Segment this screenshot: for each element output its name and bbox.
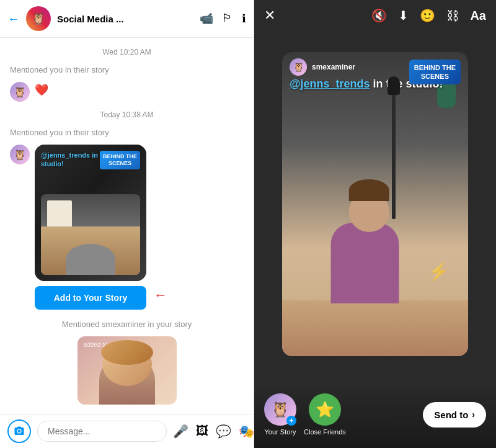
story-bottom-bar: 🦉 + Your Story ⭐ Close Friends Send to › [254, 383, 496, 448]
story-card-room-image [41, 194, 140, 275]
chat-icon[interactable]: 💬 [216, 424, 231, 439]
story-content: ⚡ 🦉 smexaminer @jenns_trends in the stud… [254, 0, 496, 448]
image-icon[interactable]: 🖼 [196, 424, 208, 439]
back-button[interactable]: ← [7, 12, 20, 26]
story-message-row: 🦉 @jenns_trends in the studio! BEHIND TH… [10, 145, 244, 310]
mention-text-3: Mentioned smexaminer in your story [10, 320, 244, 329]
desk-surface [282, 300, 468, 356]
your-story-avatar: 🦉 + [264, 393, 296, 426]
add-story-button-row: Add to Your Story ← [35, 281, 167, 310]
close-story-button[interactable]: ✕ [264, 7, 275, 24]
story-mention: @jenns_trends [41, 151, 90, 159]
send-to-label: Send to [434, 410, 468, 420]
send-to-button[interactable]: Send to › [423, 402, 486, 428]
header-actions: 📹 🏳 ℹ [200, 12, 246, 25]
input-action-icons: 🎤 🖼 💬 🎭 [173, 424, 254, 439]
close-friends-avatar: ⭐ [309, 393, 341, 426]
heart-reaction: ❤️ [35, 83, 48, 97]
video-call-icon[interactable]: 📹 [200, 12, 213, 25]
timestamp-2: Today 10:38 AM [10, 110, 244, 119]
messages-area: Wed 10:20 AM Mentioned you in their stor… [0, 38, 254, 414]
message-input[interactable] [37, 421, 167, 442]
story-mention-tag: @jenns_trends [290, 78, 370, 90]
message-input-bar: 🎤 🖼 💬 🎭 [0, 414, 254, 448]
text-tool-button[interactable]: Aa [470, 9, 486, 23]
chain-icon[interactable]: ⛓ [446, 9, 459, 23]
timestamp-1: Wed 10:20 AM [10, 48, 244, 56]
sender-avatar-1: 🦉 [10, 82, 30, 102]
story-card[interactable]: @jenns_trends in the studio! BEHIND THE … [35, 145, 146, 281]
mention-text-1: Mentioned you in their story [10, 65, 244, 74]
add-to-story-button[interactable]: Add to Your Story [35, 286, 146, 310]
studio-background: ⚡ [282, 52, 468, 356]
story-image[interactable]: ⚡ 🦉 smexaminer @jenns_trends in the stud… [282, 52, 468, 356]
download-icon[interactable]: ⬇ [398, 8, 409, 23]
sender-avatar-2: 🦉 [10, 145, 30, 164]
camera-button[interactable] [7, 419, 31, 443]
your-story-button[interactable]: 🦉 + Your Story [264, 393, 296, 436]
red-arrow-icon: ← [154, 287, 167, 303]
chat-header: ← 🦉 Social Media ... 📹 🏳 ℹ [0, 0, 254, 38]
story-thumbnail[interactable]: added to smexaminer [78, 336, 177, 405]
contact-avatar: 🦉 [26, 6, 51, 31]
behind-scenes-badge: BEHIND THE SCENES [100, 151, 140, 169]
sticker-icon[interactable]: 🎭 [239, 424, 254, 439]
behind-scenes-badge-large: BEHIND THE SCENES [409, 60, 461, 85]
close-friends-button[interactable]: ⭐ Close Friends [304, 393, 346, 436]
flag-icon[interactable]: 🏳 [222, 12, 233, 25]
message-row-1: 🦉 ❤️ [10, 82, 244, 102]
chevron-right-icon: › [472, 410, 475, 419]
mention-text-2: Mentioned you in their story [10, 128, 244, 137]
lightning-sticker: ⚡ [428, 261, 450, 282]
story-poster-username: smexaminer [312, 63, 355, 71]
left-panel: ← 🦉 Social Media ... 📹 🏳 ℹ Wed 10:20 AM … [0, 0, 254, 448]
your-story-label: Your Story [265, 428, 296, 436]
story-poster-avatar: 🦉 [290, 58, 307, 76]
info-icon[interactable]: ℹ [242, 12, 246, 25]
mic-icon[interactable]: 🎤 [173, 424, 188, 439]
chat-title[interactable]: Social Media ... [57, 14, 193, 24]
right-panel: ✕ 🔇 ⬇ 🙂 ⛓ Aa [254, 0, 496, 448]
face-effect-icon[interactable]: 🙂 [420, 8, 435, 23]
mute-icon[interactable]: 🔇 [371, 8, 387, 23]
story-top-bar: ✕ 🔇 ⬇ 🙂 ⛓ Aa [254, 0, 496, 31]
close-friends-label: Close Friends [304, 428, 346, 436]
story-toolbar: 🔇 ⬇ 🙂 ⛓ Aa [371, 8, 486, 23]
